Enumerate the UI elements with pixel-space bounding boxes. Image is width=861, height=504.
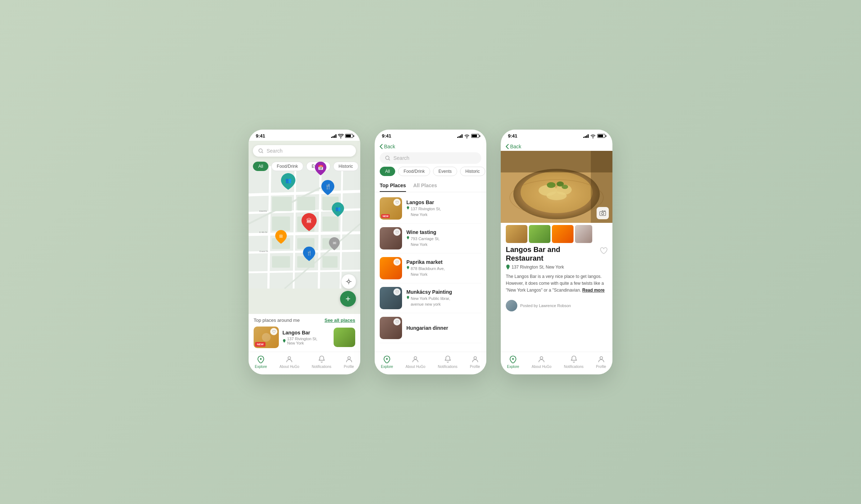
nav-notifications-1[interactable]: Notifications [312, 355, 331, 369]
nav-profile-label-2: Profile [470, 365, 480, 369]
detail-addr-row: 137 Rivington St, New York [506, 265, 607, 270]
featured-place-card[interactable]: NEW Langos Bar 137 [254, 327, 355, 348]
tab-top-places[interactable]: Top Places [380, 183, 406, 192]
nav-explore-1[interactable]: Explore [255, 355, 267, 369]
battery-icon-1 [345, 134, 353, 138]
marker-envelope[interactable]: ✉ [329, 237, 340, 252]
nav-about-3[interactable]: About HuGo [532, 355, 552, 369]
status-icons-3 [583, 134, 605, 138]
svg-line-28 [262, 152, 263, 153]
add-button[interactable]: + [340, 291, 356, 307]
nav-about-2[interactable]: About HuGo [406, 355, 425, 369]
svg-text:🍴: 🍴 [307, 250, 312, 256]
back-button-2[interactable]: Back [375, 141, 486, 151]
bottom-nav-1: Explore About HuGo Notif [249, 352, 360, 374]
thumb-2[interactable] [529, 225, 550, 243]
nav-explore-2[interactable]: Explore [381, 355, 393, 369]
explore-icon-1 [256, 355, 265, 364]
about-icon-3 [537, 355, 546, 364]
loc-icon-paprika [406, 266, 410, 269]
list-img-hungarian [380, 317, 402, 339]
chip-all-2[interactable]: All [380, 167, 395, 176]
svg-point-42 [262, 333, 271, 342]
nav-profile-1[interactable]: Profile [344, 355, 354, 369]
list-item-hungarian[interactable]: Hungarian dinner [380, 313, 481, 343]
heart-munkacsy[interactable] [393, 288, 401, 296]
back-button-3[interactable]: Back [501, 141, 612, 151]
list-item-munkacsy[interactable]: Munkácsy Painting New York Public librar… [380, 283, 481, 313]
tab-all-places[interactable]: All Places [413, 183, 437, 192]
hero-food-svg [501, 151, 612, 223]
svg-text:📅: 📅 [318, 165, 324, 171]
status-icons-1 [331, 134, 353, 138]
svg-point-49 [414, 357, 417, 359]
list-item-paprika[interactable]: Paprika market 878 Blackburn Ave,New Yor… [380, 253, 481, 283]
search-bar-1[interactable]: Search [253, 145, 356, 157]
nav-notifications-2[interactable]: Notifications [438, 355, 457, 369]
chips-overlay: All Food/Drink Events Historic [253, 162, 360, 171]
nav-about-label-1: About HuGo [280, 365, 299, 369]
see-all-button[interactable]: See all places [325, 318, 355, 323]
search-bar-2[interactable]: Search [380, 152, 481, 164]
marker-community-2[interactable]: 👥 [332, 202, 344, 218]
list-name-munkacsy: Munkácsy Painting [406, 289, 481, 295]
heart-langos[interactable] [393, 199, 401, 206]
list-info-paprika: Paprika market 878 Blackburn Ave,New Yor… [406, 259, 481, 277]
chip-food-1[interactable]: Food/Drink [271, 162, 303, 171]
heart-badge-featured[interactable] [270, 328, 277, 335]
bottom-nav-3: Explore About HuGo Notif [501, 352, 612, 374]
locate-button[interactable] [342, 274, 356, 289]
author-avatar [506, 300, 517, 311]
chip-historic-1[interactable]: Historic [333, 162, 358, 171]
back-chevron-3 [506, 144, 509, 149]
profile-icon-2 [471, 355, 479, 364]
list-info-hungarian: Hungarian dinner [406, 325, 481, 331]
status-icons-2 [457, 134, 479, 138]
signal-icon-2 [457, 134, 463, 138]
profile-icon-1 [345, 355, 353, 364]
time-1: 9:41 [256, 133, 265, 139]
detail-description: The Langos Bar is a very nice place to g… [506, 273, 607, 294]
favorite-icon[interactable] [599, 247, 607, 255]
chip-all-1[interactable]: All [253, 162, 268, 171]
svg-point-64 [602, 212, 604, 215]
heart-icon-hungarian [395, 320, 399, 324]
back-label-2: Back [384, 144, 395, 149]
read-more-link[interactable]: Read more [582, 288, 605, 293]
thumb-4[interactable] [575, 225, 592, 243]
add-photo-button[interactable] [597, 207, 609, 219]
chip-food-2[interactable]: Food/Drink [398, 167, 430, 176]
marker-food-2[interactable]: 🍴 [303, 247, 315, 262]
marker-food-1[interactable]: 🍴 [321, 180, 334, 197]
back-chevron-2 [380, 144, 383, 149]
svg-rect-12 [272, 197, 292, 211]
list-item-wine[interactable]: Wine tasting 793 Carriage St,New York [380, 224, 481, 253]
list-item-langos[interactable]: NEW Langos Bar 137 Rivington St,New York [380, 194, 481, 224]
heart-wine[interactable] [393, 229, 401, 236]
thumb-1[interactable] [506, 225, 527, 243]
nav-profile-2[interactable]: Profile [470, 355, 480, 369]
chip-events-2[interactable]: Events [433, 167, 457, 176]
heart-icon-wine [395, 230, 399, 234]
nav-notifications-3[interactable]: Notifications [564, 355, 583, 369]
marker-community-1[interactable]: 👥 [281, 173, 295, 191]
thumb-3[interactable] [552, 225, 574, 243]
wifi-icon-2 [464, 134, 470, 138]
explore-icon-3 [509, 355, 517, 364]
heart-icon-paprika [395, 260, 399, 264]
marker-calendar[interactable]: 📅 [315, 162, 326, 177]
list-img-munkacsy [380, 287, 402, 309]
marker-grid[interactable]: ⊞ [275, 230, 287, 245]
search-overlay: Search [253, 145, 356, 157]
heart-hungarian[interactable] [393, 318, 401, 325]
nav-profile-3[interactable]: Profile [596, 355, 606, 369]
list-addr-wine: 793 Carriage St,New York [406, 236, 481, 247]
nav-about-1[interactable]: About HuGo [280, 355, 299, 369]
chip-historic-2[interactable]: Historic [460, 167, 485, 176]
map-area[interactable]: Keanna E 4th St Grand St Search [249, 141, 360, 314]
nav-explore-3[interactable]: Explore [507, 355, 519, 369]
list-img-paprika [380, 257, 402, 279]
marker-museum-red[interactable]: 🏛 [302, 213, 317, 233]
loc-icon-langos [406, 206, 410, 210]
heart-paprika[interactable] [393, 258, 401, 266]
